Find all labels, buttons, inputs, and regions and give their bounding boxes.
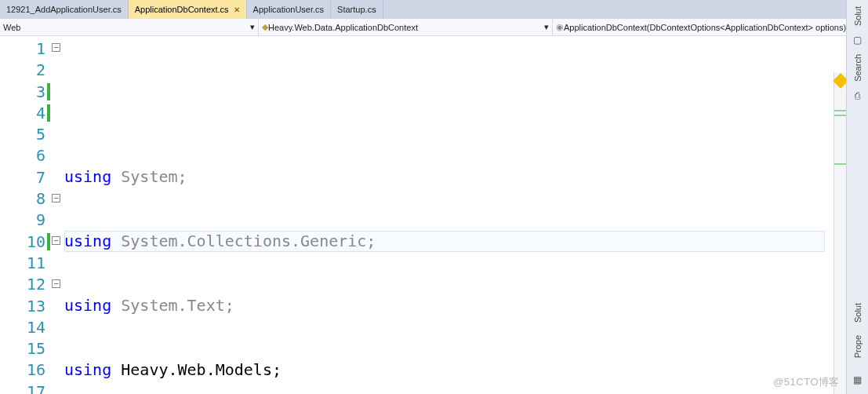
- member-label: ApplicationDbContext(DbContextOptions<Ap…: [564, 23, 846, 32]
- change-marker: [834, 115, 846, 116]
- line-number: 7: [0, 167, 45, 188]
- code-area[interactable]: using System; using System.Collections.G…: [63, 36, 868, 394]
- tab-migration-file[interactable]: 12921_AddApplicationUser.cs: [0, 0, 129, 19]
- scope-dropdown[interactable]: Web ▾: [0, 19, 259, 35]
- line-number: 2: [0, 60, 45, 81]
- code-editor[interactable]: 1 2 3 4 5 6 7 8 9 10 11 12 13 14 15 16 1…: [0, 36, 868, 394]
- fold-column: − − − −: [52, 36, 63, 394]
- tab-label: ApplicationDbContext.cs: [135, 5, 229, 14]
- chevron-down-icon: ▾: [544, 22, 549, 32]
- line-number: 11: [0, 253, 45, 274]
- navigation-breadcrumb: Web ▾ ◆ Heavy.Web.Data.ApplicationDbCont…: [0, 19, 868, 36]
- line-number: 13: [0, 296, 45, 317]
- close-icon[interactable]: ✕: [234, 5, 240, 14]
- member-dropdown[interactable]: ◉ ApplicationDbContext(DbContextOptions<…: [553, 19, 868, 35]
- line-number: 10: [0, 232, 45, 253]
- tab-applicationuser[interactable]: ApplicationUser.cs: [247, 0, 332, 19]
- line-number-gutter: 1 2 3 4 5 6 7 8 9 10 11 12 13 14 15 16 1…: [0, 36, 52, 394]
- editor-tab-bar: 12921_AddApplicationUser.cs ApplicationD…: [0, 0, 868, 19]
- fold-toggle[interactable]: −: [52, 43, 60, 52]
- line-number: 15: [0, 338, 45, 359]
- code-line: using Heavy.Web.Models;: [64, 359, 868, 381]
- method-icon: ◉: [556, 22, 564, 32]
- line-number: 6: [0, 145, 45, 166]
- solution-explorer-tab[interactable]: Solut: [853, 3, 863, 29]
- class-dropdown[interactable]: ◆ Heavy.Web.Data.ApplicationDbContext ▾: [259, 19, 553, 35]
- search-tab[interactable]: Search: [853, 51, 863, 85]
- tab-label: 12921_AddApplicationUser.cs: [6, 5, 122, 14]
- code-line: using System;: [64, 166, 868, 188]
- line-number: 16: [0, 359, 45, 381]
- class-label: Heavy.Web.Data.ApplicationDbContext: [268, 23, 418, 32]
- line-number: 14: [0, 317, 45, 338]
- code-line: using System.Text;: [64, 295, 868, 316]
- change-marker: [834, 163, 846, 165]
- line-number: 4: [0, 103, 45, 124]
- tab-label: ApplicationUser.cs: [253, 5, 325, 14]
- tab-appdbcontext[interactable]: ApplicationDbContext.cs ✕: [129, 0, 247, 19]
- line-number: 12: [0, 274, 45, 295]
- tab-startup[interactable]: Startup.cs: [331, 0, 383, 19]
- properties-tab[interactable]: Prope: [853, 332, 863, 361]
- fold-toggle[interactable]: −: [52, 194, 60, 202]
- side-panel-rail: Solut ▢ Search ⎙ Solut Prope ▦: [846, 0, 868, 394]
- pin-icon[interactable]: ⎙: [852, 89, 864, 102]
- line-number: 5: [0, 124, 45, 145]
- line-number: 3: [0, 82, 45, 103]
- line-number: 1: [0, 38, 45, 60]
- fold-toggle[interactable]: −: [52, 279, 60, 288]
- code-line: using System.Collections.Generic;: [64, 231, 868, 252]
- change-marker: [834, 110, 846, 111]
- fold-toggle[interactable]: −: [52, 236, 60, 245]
- chevron-down-icon: ▾: [250, 22, 255, 32]
- class-icon: ◆: [262, 22, 268, 32]
- line-number: 17: [0, 381, 45, 394]
- panel-icon[interactable]: ▢: [852, 34, 864, 46]
- scope-label: Web: [3, 23, 20, 32]
- line-number: 9: [0, 210, 45, 231]
- line-number: 8: [0, 188, 45, 210]
- tab-label: Startup.cs: [337, 5, 376, 14]
